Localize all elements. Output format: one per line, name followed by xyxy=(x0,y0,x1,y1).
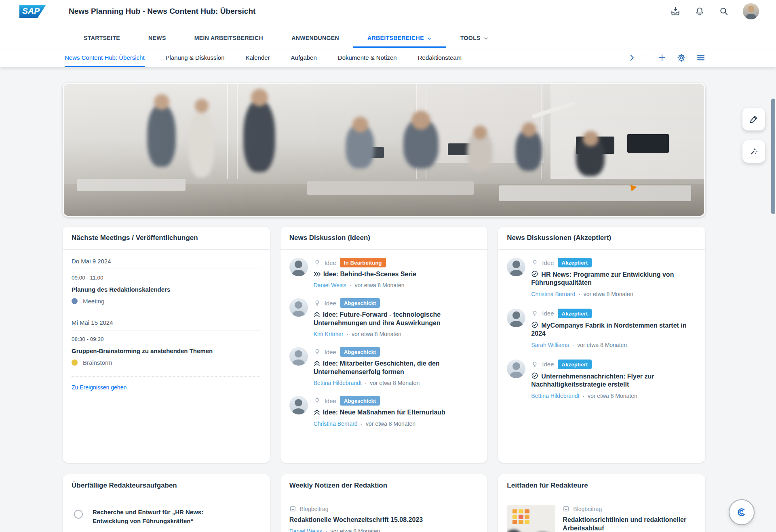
copilot-button[interactable] xyxy=(729,499,755,525)
byline-time: vor etwa 8 Monaten xyxy=(584,291,633,297)
ai-assist-button[interactable] xyxy=(742,140,765,163)
task-item[interactable]: Recherche und Entwurf für „HR News: Entw… xyxy=(72,505,261,526)
user-avatar[interactable] xyxy=(743,3,759,19)
discussion-title[interactable]: Idee: Mitarbeiter Geschichten, die den U… xyxy=(314,360,479,376)
event-tag: Brainstorm xyxy=(83,359,112,366)
byline-time: vor etwa 8 Monaten xyxy=(331,528,380,532)
discussion-title[interactable]: MyCompanys Fabrik in Nordstemmen startet… xyxy=(531,321,696,338)
divider xyxy=(72,376,261,377)
author-link[interactable]: Christina Bernard xyxy=(531,291,575,297)
post-kind: Blogbeitrag xyxy=(573,506,602,512)
event-name: Gruppen-Brainstorming zu anstehenden The… xyxy=(72,347,261,354)
post-title[interactable]: Redaktionsrichtlinien und redaktioneller… xyxy=(563,516,696,532)
byline-time: vor etwa 8 Monaten xyxy=(355,282,405,288)
status-badge: Akzeptiert xyxy=(558,360,592,369)
author-link[interactable]: Kim Krämer xyxy=(314,331,344,337)
settings-icon[interactable] xyxy=(677,53,686,62)
subtab-uebersicht[interactable]: News Content Hub: Übersicht xyxy=(65,48,145,67)
post-title[interactable]: Redaktionelle Wochenzeitschrift 15.08.20… xyxy=(289,516,479,524)
author-link[interactable]: Sarah Williams xyxy=(531,342,569,348)
task-checkbox[interactable] xyxy=(74,510,83,519)
go-to-events-link[interactable]: Zu Ereignissen gehen xyxy=(72,384,127,391)
tab-startseite[interactable]: STARTSEITE xyxy=(70,35,134,48)
byline-separator: · xyxy=(325,528,327,532)
card-news-diskussionen-akzeptiert: News Diskussionen (Akzeptiert) Idee Akze… xyxy=(498,227,705,463)
author-link[interactable]: Bettina Hildebrandt xyxy=(531,393,579,399)
add-icon[interactable] xyxy=(658,53,666,62)
discussion-item[interactable]: Idee Akzeptiert MyCompanys Fabrik in Nor… xyxy=(507,309,696,348)
inbox-download-icon[interactable] xyxy=(670,6,681,17)
tab-anwendungen[interactable]: ANWENDUNGEN xyxy=(277,35,353,48)
card-header: Weekly Notizen der Redaktion xyxy=(280,474,488,497)
post-kind: Blogbeitrag xyxy=(300,506,329,512)
discussion-item[interactable]: Idee Abgeschickt Idee: Future-Forward - … xyxy=(289,298,479,337)
event-date: Mi Mai 15 2024 xyxy=(72,319,261,330)
item-type: Idee xyxy=(325,300,336,307)
avatar[interactable] xyxy=(289,347,308,366)
event-item[interactable]: Mi Mai 15 2024 08:30 - 09:30 Gruppen-Bra… xyxy=(72,319,261,366)
card-header: Nächste Meetings / Veröffentlichungen xyxy=(63,227,270,250)
menu-icon[interactable] xyxy=(696,53,705,62)
author-link[interactable]: Daniel Weiss xyxy=(289,528,322,532)
item-type: Idee xyxy=(325,349,336,355)
card-news-diskussion-ideen: News Diskussion (Ideen) Idee In Bearbeit… xyxy=(280,227,488,463)
avatar[interactable] xyxy=(507,309,525,327)
subtab-planung-diskussion[interactable]: Planung & Diskussion xyxy=(166,48,225,67)
idea-bulb-icon xyxy=(314,397,321,404)
post-item[interactable]: Blogbeitrag Redaktionelle Wochenzeitschr… xyxy=(289,505,479,532)
scrollbar-thumb[interactable] xyxy=(771,99,775,214)
discussion-item[interactable]: Idee Abgeschickt Idee: Neue Maßnahmen fü… xyxy=(289,396,479,427)
post-thumbnail xyxy=(507,505,555,532)
discussion-item[interactable]: Idee Akzeptiert Unternehmensnachrichten:… xyxy=(507,360,696,399)
discussion-item[interactable]: Idee Akzeptiert HR News: Programme zur E… xyxy=(507,258,696,297)
card-ueberfaellige-aufgaben: Überfällige Redakteursaufgaben Recherche… xyxy=(63,474,270,532)
tab-mein-arbeitsbereich[interactable]: MEIN ARBEITSBEREICH xyxy=(180,35,277,48)
subtab-redaktionsteam[interactable]: Redaktionsteam xyxy=(418,48,462,67)
chevrons-up-icon xyxy=(314,360,320,366)
discussion-title[interactable]: HR News: Programme zur Entwicklung von F… xyxy=(531,270,696,287)
byline-separator: · xyxy=(350,282,352,288)
chevron-right-icon[interactable] xyxy=(627,53,636,62)
brainstorm-dot xyxy=(72,360,78,366)
subtab-aufgaben[interactable]: Aufgaben xyxy=(291,48,317,67)
byline-time: vor etwa 8 Monaten xyxy=(588,393,637,399)
tab-tools[interactable]: TOOLS xyxy=(446,35,503,48)
sap-logo[interactable]: SAP xyxy=(19,5,46,18)
bell-icon[interactable] xyxy=(694,6,705,17)
avatar[interactable] xyxy=(507,360,525,378)
avatar[interactable] xyxy=(289,298,308,317)
search-icon[interactable] xyxy=(719,6,729,17)
edit-button[interactable] xyxy=(742,108,765,130)
discussion-title[interactable]: Idee: Future-Forward - technologische Un… xyxy=(314,311,479,327)
check-circle-icon xyxy=(531,270,538,278)
card-title: News Diskussionen (Akzeptiert) xyxy=(507,234,611,242)
post-item[interactable]: Blogbeitrag Redaktionsrichtlinien und re… xyxy=(507,505,696,532)
discussion-item[interactable]: Idee In Bearbeitung Idee: Behind-the-Sce… xyxy=(289,258,479,288)
event-date: Do Mai 9 2024 xyxy=(72,258,261,269)
card-title: Nächste Meetings / Veröffentlichungen xyxy=(72,234,198,242)
tab-arbeitsbereiche[interactable]: ARBEITSBEREICHE xyxy=(353,35,446,48)
top-bar: SAP News Planning Hub - News Content Hub… xyxy=(0,0,776,23)
author-link[interactable]: Bettina Hildebrandt xyxy=(314,380,362,386)
discussion-item[interactable]: Idee Abgeschickt Idee: Mitarbeiter Gesch… xyxy=(289,347,479,386)
status-badge: Abgeschickt xyxy=(340,396,380,406)
card-title: Leitfaden für Redakteure xyxy=(507,482,588,490)
discussion-title[interactable]: Unternehmensnachrichten: Flyer zur Nachh… xyxy=(531,372,696,389)
byline-separator: · xyxy=(582,393,584,399)
byline-separator: · xyxy=(346,331,348,337)
subtab-kalender[interactable]: Kalender xyxy=(246,48,270,67)
tab-news[interactable]: NEWS xyxy=(134,35,180,48)
check-circle-icon xyxy=(531,372,538,379)
byline-time: vor etwa 8 Monaten xyxy=(577,342,627,348)
event-item[interactable]: Do Mai 9 2024 09:00 - 11:00 Planung des … xyxy=(72,258,261,305)
discussion-title[interactable]: Idee: Neue Maßnahmen für Elternurlaub xyxy=(314,408,479,416)
divider xyxy=(647,53,647,63)
event-time: 09:00 - 11:00 xyxy=(72,275,261,281)
discussion-title[interactable]: Idee: Behind-the-Scenes Serie xyxy=(314,270,479,278)
author-link[interactable]: Christina Bernard xyxy=(314,421,358,427)
avatar[interactable] xyxy=(289,258,308,276)
avatar[interactable] xyxy=(507,258,525,276)
author-link[interactable]: Daniel Weiss xyxy=(314,282,346,288)
avatar[interactable] xyxy=(289,396,308,414)
subtab-dokumente-notizen[interactable]: Dokumente & Notizen xyxy=(338,48,397,67)
